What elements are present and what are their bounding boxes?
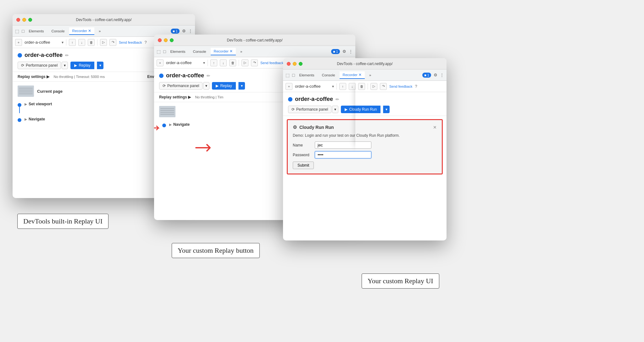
name-label: Name xyxy=(293,143,312,147)
export-btn[interactable]: ↑ xyxy=(69,39,76,46)
delete-btn[interactable]: 🗑 xyxy=(88,39,95,46)
maximize-button[interactable] xyxy=(28,18,32,22)
import-btn-3[interactable]: ↓ xyxy=(349,83,356,90)
inspector-icon[interactable]: ⬚ xyxy=(15,29,19,34)
replay-btn-2[interactable]: ▶ Replay xyxy=(212,82,236,90)
tab-elements-2[interactable]: Elements xyxy=(167,48,188,55)
cloudy-replay-dropdown[interactable]: ▾ xyxy=(383,106,390,113)
step-label-3: Navigate xyxy=(173,122,190,127)
replay-once-btn-2[interactable]: ▷ xyxy=(242,59,248,66)
settings-left-1: Replay settings ▶ No throttling | Timeou… xyxy=(18,74,105,79)
settings-icon-3[interactable]: ⚙ xyxy=(434,73,437,77)
perf-panel-dropdown-2[interactable]: ▾ xyxy=(203,82,209,90)
caption-builtin-text: DevTools built-in Replay UI xyxy=(23,217,103,225)
add-recording-btn[interactable]: + xyxy=(15,39,22,46)
toolbar-icons-1: ■ 1 ⚙ ⋮ xyxy=(171,29,192,34)
dropdown-arrow-1[interactable]: ▾ xyxy=(62,40,64,45)
help-icon-1[interactable]: ? xyxy=(144,40,147,45)
export-btn-2[interactable]: ↑ xyxy=(210,59,217,66)
tab-console-3[interactable]: Console xyxy=(319,72,338,78)
edit-icon-1[interactable]: ✏ xyxy=(65,53,69,58)
cloudy-replay-btn[interactable]: ▶ Cloudy Run Run xyxy=(341,106,380,113)
max-btn-3[interactable] xyxy=(299,62,303,66)
gear-icon-dialog: ⚙ xyxy=(293,124,297,130)
perf-panel-dropdown-1[interactable]: ▾ xyxy=(62,62,68,69)
tab-more-1[interactable]: » xyxy=(96,28,104,34)
tab-more-2[interactable]: » xyxy=(237,48,245,55)
window-3: DevTools - coffee-cart.netlify.app/ ⬚ □ … xyxy=(283,58,447,240)
tab-recorder-3[interactable]: Recorder ✕ xyxy=(340,71,365,79)
perf-panel-btn-2[interactable]: ⟳ Performance panel xyxy=(159,82,203,90)
redo-btn-2[interactable]: ↷ xyxy=(251,59,258,66)
current-page-label: Current page xyxy=(37,89,63,94)
dialog-description: Demo: Login and run your test on our Clo… xyxy=(293,133,437,138)
tab-recorder-2[interactable]: Recorder ✕ xyxy=(211,48,236,55)
delete-btn-3[interactable]: 🗑 xyxy=(358,83,365,90)
tab-console-1[interactable]: Console xyxy=(48,28,68,34)
perf-panel-dropdown-3[interactable]: ▾ xyxy=(332,106,338,113)
step-label-1: Set viewport xyxy=(29,102,52,106)
send-feedback-2[interactable]: Send feedback xyxy=(260,61,283,65)
replay-once-btn-3[interactable]: ▷ xyxy=(370,83,377,90)
tab-elements-1[interactable]: Elements xyxy=(25,28,47,34)
redo-btn-3[interactable]: ↷ xyxy=(380,83,387,90)
traffic-lights-2 xyxy=(158,38,174,42)
send-feedback-1[interactable]: Send feedback xyxy=(119,41,142,44)
dialog-close-btn[interactable]: ✕ xyxy=(433,125,437,130)
min-btn-3[interactable] xyxy=(293,62,297,66)
edit-icon-2[interactable]: ✏ xyxy=(207,73,210,78)
timeline-2 xyxy=(18,117,21,122)
replay-once-btn[interactable]: ▷ xyxy=(100,39,107,46)
delete-btn-2[interactable]: 🗑 xyxy=(229,59,236,66)
replay-dropdown-2[interactable]: ▾ xyxy=(238,82,245,90)
dropdown-arrow-3[interactable]: ▾ xyxy=(332,84,334,89)
window-title-2: DevTools - coffee-cart.netlify.app/ xyxy=(227,38,283,42)
inspector-icon-3[interactable]: ⬚ xyxy=(286,73,290,78)
device-icon[interactable]: □ xyxy=(22,29,24,34)
max-btn-2[interactable] xyxy=(170,38,174,42)
tab-recorder-1[interactable]: Recorder ✕ xyxy=(69,27,95,35)
tab-console-2[interactable]: Console xyxy=(190,48,209,55)
min-btn-2[interactable] xyxy=(164,38,168,42)
tab-elements-3[interactable]: Elements xyxy=(296,72,317,78)
edit-icon-3[interactable]: ✏ xyxy=(336,97,339,102)
more-icon-2[interactable]: ⋮ xyxy=(349,49,353,54)
perf-panel-btn-3[interactable]: ⟳ Performance panel xyxy=(288,106,331,113)
replay-dropdown-1[interactable]: ▾ xyxy=(97,62,103,69)
recording-title-3: order-a-coffee xyxy=(295,96,333,102)
send-feedback-3[interactable]: Send feedback xyxy=(389,85,412,88)
settings-icon-1[interactable]: ⚙ xyxy=(182,29,186,33)
add-recording-btn-2[interactable]: + xyxy=(157,59,164,66)
inspector-icon-2[interactable]: ⬚ xyxy=(157,49,161,54)
close-btn-3[interactable] xyxy=(287,62,291,66)
name-input[interactable] xyxy=(315,141,371,149)
step-chevron-2: ▶ xyxy=(25,118,27,121)
device-icon-2[interactable]: □ xyxy=(163,49,166,54)
tab-more-3[interactable]: » xyxy=(366,72,374,78)
recording-name-input-2[interactable] xyxy=(166,60,201,65)
submit-btn[interactable]: Submit xyxy=(293,162,314,169)
close-button[interactable] xyxy=(16,18,20,22)
import-btn-2[interactable]: ↓ xyxy=(220,59,227,66)
recording-name-input-3[interactable] xyxy=(295,84,330,89)
more-icon-1[interactable]: ⋮ xyxy=(188,29,192,33)
recording-name-input-1[interactable] xyxy=(25,40,59,45)
device-icon-3[interactable]: □ xyxy=(292,73,295,78)
export-btn-3[interactable]: ↑ xyxy=(339,83,346,90)
current-page-thumb xyxy=(18,86,34,97)
redo-btn[interactable]: ↷ xyxy=(109,39,116,46)
settings-icon-2[interactable]: ⚙ xyxy=(342,49,346,54)
close-btn-2[interactable] xyxy=(158,38,162,42)
add-recording-btn-3[interactable]: + xyxy=(286,83,292,90)
perf-panel-btn-1[interactable]: ⟳ Performance panel xyxy=(18,62,61,69)
import-btn[interactable]: ↓ xyxy=(78,39,85,46)
dropdown-arrow-2[interactable]: ▾ xyxy=(203,61,205,65)
replay-btn-1[interactable]: ▶ Replay xyxy=(70,62,94,69)
more-icon-3[interactable]: ⋮ xyxy=(440,73,444,77)
sep4 xyxy=(239,60,239,66)
title-row-3: order-a-coffee ✏ xyxy=(288,96,441,102)
badge-2: ■ 1 xyxy=(331,49,340,54)
help-icon-3[interactable]: ? xyxy=(415,84,417,89)
minimize-button[interactable] xyxy=(22,18,26,22)
password-input[interactable] xyxy=(315,151,371,158)
